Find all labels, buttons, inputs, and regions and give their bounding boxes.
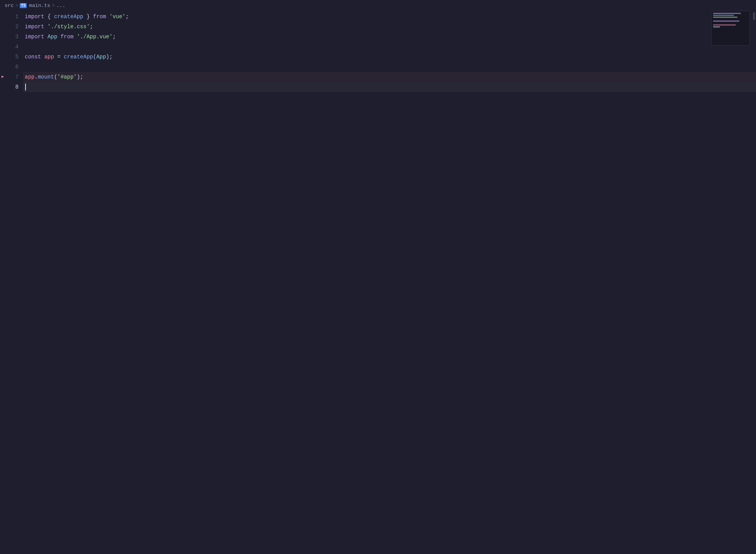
token: import	[25, 32, 44, 42]
token: =	[54, 52, 64, 62]
token: mount	[38, 72, 54, 82]
code-line-3: import App from './App.vue';	[23, 32, 756, 42]
scrollbar-thumb[interactable]	[753, 12, 755, 20]
code-line-4	[23, 42, 756, 52]
code-line-6	[23, 62, 756, 72]
minimap-line-1	[713, 13, 741, 14]
token: from	[60, 32, 74, 42]
scrollbar[interactable]	[750, 11, 756, 554]
token: App	[48, 32, 57, 42]
token: .	[34, 72, 38, 82]
breadcrumb-ellipsis: ...	[56, 3, 65, 9]
minimap-line-8	[713, 26, 720, 27]
token: );	[77, 72, 83, 82]
line-number-3: 3	[5, 32, 19, 42]
line-number-5: 5	[5, 52, 19, 62]
minimap-line-3	[713, 17, 737, 18]
token: '#app'	[57, 72, 77, 82]
token: ;	[113, 32, 116, 42]
minimap	[711, 11, 750, 46]
token: ;	[90, 22, 93, 32]
breadcrumb-file[interactable]: main.ts	[29, 3, 50, 9]
editor-container: 123456▶78 import { createApp } from 'vue…	[0, 11, 756, 554]
token: );	[106, 52, 113, 62]
code-area[interactable]: import { createApp } from 'vue';import '…	[23, 11, 756, 554]
token: './style.css'	[48, 22, 90, 32]
breadcrumb-sep2: >	[52, 3, 55, 9]
line-number-6: 6	[5, 62, 19, 72]
token: (	[93, 52, 96, 62]
line-number-2: 2	[5, 22, 19, 32]
token	[106, 12, 109, 22]
breadcrumb-src[interactable]: src	[5, 3, 14, 9]
token: (	[54, 72, 57, 82]
minimap-content	[712, 11, 749, 29]
minimap-line-7	[713, 24, 736, 26]
token	[41, 52, 44, 62]
breadcrumb: src > TS main.ts > ...	[0, 0, 756, 11]
token	[44, 32, 47, 42]
line-number-4: 4	[5, 42, 19, 52]
token: createApp	[54, 12, 84, 22]
token	[57, 32, 60, 42]
line-numbers: 123456▶78	[0, 11, 23, 554]
token	[44, 22, 47, 32]
line-number-1: 1	[5, 12, 19, 22]
minimap-line-5	[713, 21, 739, 22]
token	[74, 32, 77, 42]
debug-arrow-icon: ▶	[2, 72, 4, 82]
token: {	[44, 12, 54, 22]
token: }	[83, 12, 93, 22]
token: import	[25, 12, 44, 22]
token: app	[44, 52, 54, 62]
token: 'vue'	[109, 12, 126, 22]
line-number-7: ▶7	[5, 72, 19, 82]
code-line-1: import { createApp } from 'vue';	[23, 12, 756, 22]
token: ;	[126, 12, 129, 22]
code-line-5: const app = createApp(App);	[23, 52, 756, 62]
line-number-8: 8	[5, 82, 19, 92]
minimap-line-2	[713, 15, 734, 16]
ts-badge: TS	[20, 3, 27, 8]
token: App	[96, 52, 106, 62]
token: from	[93, 12, 106, 22]
token: app	[25, 72, 34, 82]
token: './App.vue'	[77, 32, 112, 42]
text-cursor	[25, 84, 26, 91]
token: createApp	[64, 52, 93, 62]
token: const	[25, 52, 41, 62]
breadcrumb-sep1: >	[15, 3, 18, 9]
code-line-7: app.mount('#app');	[23, 72, 756, 82]
code-line-8	[23, 82, 756, 92]
token: import	[25, 22, 44, 32]
code-line-2: import './style.css';	[23, 22, 756, 32]
